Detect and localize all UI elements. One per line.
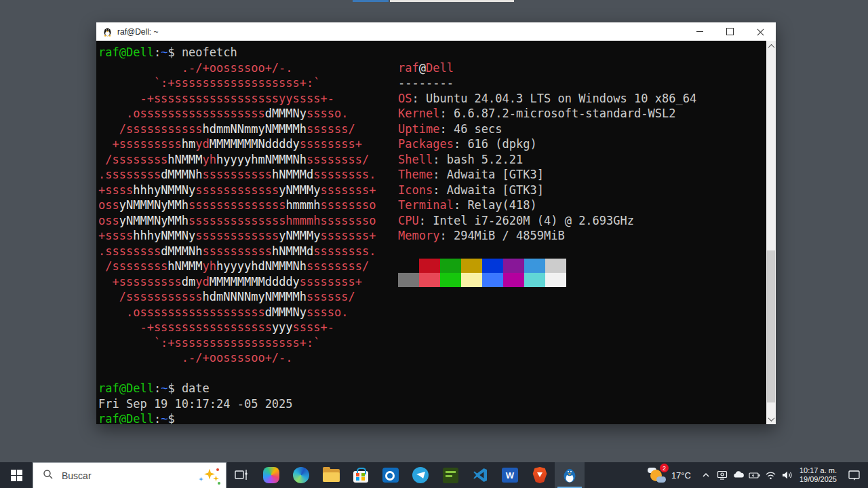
background-window-edge-blue[interactable] <box>353 0 389 2</box>
neofetch-title-underline: -------- <box>398 75 696 91</box>
ascii-art-line: /ssssssssssshdmNNNNmyNMMMMhssssss/ <box>98 289 766 305</box>
clock-time: 10:17 a. m. <box>800 466 837 475</box>
outlook-icon[interactable] <box>376 462 406 488</box>
window-title: raf@Dell: ~ <box>117 27 684 37</box>
ascii-art-line: `:+ssssssssssssssssss+:` <box>98 335 766 351</box>
palette-swatch <box>440 273 461 287</box>
palette-swatch <box>524 259 545 273</box>
weather-widget[interactable]: 2 17°C <box>647 466 691 485</box>
ascii-art-line: .-/+oossssoo+/-. <box>98 350 766 366</box>
terminal-body: raf@Dell:~$neofetch .-/+oossssoo+/-. `:+… <box>96 41 776 424</box>
start-button[interactable] <box>0 462 33 488</box>
copilot-sparkles-icon <box>197 466 220 486</box>
info-row-uptime: Uptime: 46 secs <box>398 121 696 137</box>
scroll-up-arrow[interactable] <box>766 41 776 52</box>
brave-icon[interactable] <box>525 462 555 488</box>
volume-icon[interactable] <box>779 466 795 485</box>
window-controls <box>684 22 776 41</box>
close-icon <box>757 28 764 35</box>
weather-badge: 2 <box>660 464 669 472</box>
weather-temperature: 17°C <box>671 470 691 481</box>
date-output-line: Fri Sep 19 10:17:24 -05 2025 <box>98 396 766 412</box>
weather-icon: 2 <box>647 466 667 485</box>
palette-swatch <box>524 273 545 287</box>
neofetch-info-column: raf@Dell--------OS: Ubuntu 24.04.3 LTS o… <box>398 60 696 288</box>
info-row-packages: Packages: 616 (dpkg) <box>398 136 696 152</box>
scroll-down-arrow[interactable] <box>766 413 776 424</box>
search-box[interactable]: Buscar <box>33 462 226 488</box>
blank-line <box>98 366 766 381</box>
system-tray: 2 17°C 10:17 a. m. 19/09/2025 <box>647 462 868 488</box>
palette-swatch <box>503 259 524 273</box>
background-window-edge-light[interactable] <box>390 0 514 2</box>
onedrive-cloud-icon[interactable] <box>730 466 747 485</box>
command-date: date <box>175 381 210 395</box>
maximize-button[interactable] <box>715 22 745 41</box>
edge-icon[interactable] <box>286 462 316 488</box>
palette-swatch <box>545 259 566 273</box>
file-explorer-icon[interactable] <box>316 462 346 488</box>
palette-swatch <box>440 259 461 273</box>
palette-swatch <box>482 273 503 287</box>
terminal-scrollbar[interactable] <box>766 41 776 424</box>
taskbar: Buscar W 2 17°C 10:17 a. m. 19/09/2025 <box>0 462 868 488</box>
info-row-icons: Icons: Adwaita [GTK3] <box>398 183 696 198</box>
network-wifi-icon[interactable] <box>763 466 779 485</box>
info-row-shell: Shell: bash 5.2.21 <box>398 152 696 168</box>
terminal-window: raf@Dell: ~ raf@Dell:~$neofetch .-/+ooss… <box>96 22 776 424</box>
info-row-cpu: CPU: Intel i7-2620M (4) @ 2.693GHz <box>398 213 696 229</box>
word-icon[interactable]: W <box>495 462 525 488</box>
battery-icon[interactable] <box>747 466 763 485</box>
desktop: raf@Dell: ~ raf@Dell:~$neofetch .-/+ooss… <box>0 0 868 488</box>
taskbar-apps: W <box>226 462 585 488</box>
command-neofetch: neofetch <box>175 45 237 59</box>
maximize-icon <box>726 28 734 35</box>
palette-swatch <box>461 273 482 287</box>
terminal-output[interactable]: raf@Dell:~$neofetch .-/+oossssoo+/-. `:+… <box>96 41 766 424</box>
info-row-os: OS: Ubuntu 24.04.3 LTS on Windows 10 x86… <box>398 91 696 107</box>
task-view-button[interactable] <box>226 462 256 488</box>
copilot-icon[interactable] <box>256 462 286 488</box>
terminal-color-palette <box>398 259 696 287</box>
wireless-display-icon[interactable] <box>714 466 730 485</box>
neofetch-output: .-/+oossssoo+/-. `:+ssssssssssssssssss+:… <box>98 60 766 366</box>
search-placeholder: Buscar <box>62 470 197 481</box>
palette-swatch <box>419 259 440 273</box>
telegram-icon[interactable] <box>406 462 435 488</box>
prompt-line-current: raf@Dell:~$ <box>98 411 766 424</box>
palette-swatch <box>398 259 419 273</box>
close-button[interactable] <box>745 22 776 41</box>
wsl-terminal-icon[interactable] <box>555 462 585 488</box>
palette-swatch <box>545 273 566 287</box>
tray-chevron-up-icon[interactable] <box>698 466 714 485</box>
info-row-terminal: Terminal: Relay(418) <box>398 198 696 213</box>
info-row-kernel: Kernel: 6.6.87.2-microsoft-standard-WSL2 <box>398 106 696 121</box>
vscode-icon[interactable] <box>465 462 495 488</box>
tray-icons <box>698 466 795 485</box>
palette-swatch <box>461 259 482 273</box>
minimize-button[interactable] <box>684 22 715 41</box>
clock-date: 19/09/2025 <box>800 475 837 484</box>
minimize-icon <box>696 31 703 32</box>
date-output: Fri Sep 19 10:17:24 -05 2025 <box>98 397 293 411</box>
palette-swatch <box>503 273 524 287</box>
taskbar-clock[interactable]: 10:17 a. m. 19/09/2025 <box>800 466 837 484</box>
scrollbar-thumb[interactable] <box>767 250 775 402</box>
scrollbar-track[interactable] <box>766 52 776 413</box>
ascii-art-line: -+sssssssssssssssssyyyssss+- <box>98 320 766 335</box>
neofetch-title: raf@Dell <box>398 60 696 76</box>
action-center-button[interactable] <box>842 462 865 488</box>
info-row-theme: Theme: Adwaita [GTK3] <box>398 167 696 183</box>
info-row-memory: Memory: 294MiB / 4859MiB <box>398 228 696 244</box>
search-icon <box>43 469 54 483</box>
microsoft-store-icon[interactable] <box>346 462 376 488</box>
terminal-titlebar[interactable]: raf@Dell: ~ <box>96 22 776 41</box>
palette-swatch <box>419 273 440 287</box>
green-reader-app-icon[interactable] <box>435 462 465 488</box>
tux-penguin-icon <box>102 26 113 37</box>
palette-swatch <box>398 273 419 287</box>
windows-logo-icon <box>11 470 22 481</box>
prompt-line-neofetch: raf@Dell:~$neofetch <box>98 45 766 60</box>
palette-swatch <box>482 259 503 273</box>
prompt-line-date: raf@Dell:~$date <box>98 381 766 396</box>
